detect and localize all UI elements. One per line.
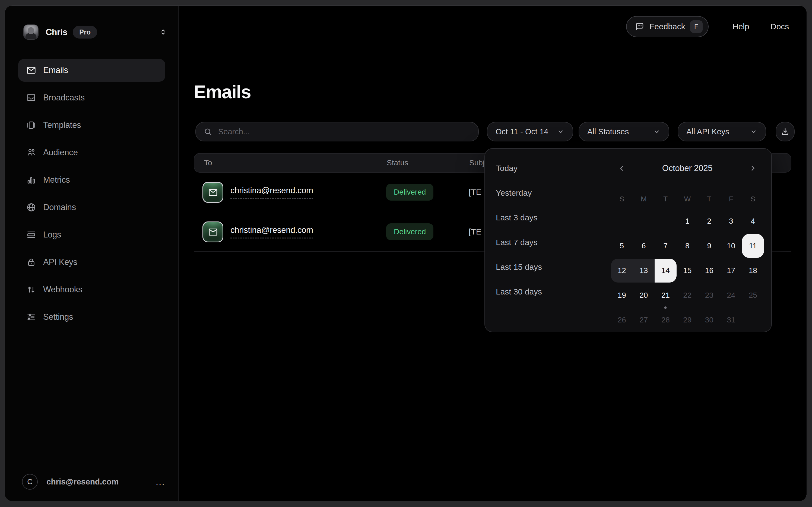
calendar-day-22: 22 [677,283,699,307]
account-switcher[interactable]: Chris Pro [23,24,167,40]
user-menu-button[interactable]: ... [156,479,165,485]
sidebar-item-templates[interactable]: Templates [18,114,165,136]
calendar-day-7[interactable]: 7 [654,234,677,258]
topbar: Feedback F Help Docs [179,6,807,45]
preset-last-7-days[interactable]: Last 7 days [496,230,550,255]
calendar-day-12[interactable]: 12 [611,259,633,283]
date-range-popover: TodayYesterdayLast 3 daysLast 7 daysLast… [484,148,772,332]
email-subject: [TE [469,187,481,197]
sidebar-item-label: Templates [43,120,81,130]
calendar-day-27: 27 [633,308,655,332]
calendar-day-26: 26 [611,308,633,332]
sidebar-item-domains[interactable]: Domains [18,196,165,219]
sidebar-item-broadcasts[interactable]: Broadcasts [18,86,165,109]
search-input[interactable] [218,127,471,136]
status-filter-value: All Statuses [587,127,629,136]
audience-icon [26,147,37,158]
calendar-day-4[interactable]: 4 [742,209,764,233]
calendar-day-8[interactable]: 8 [677,234,699,258]
date-range-filter[interactable]: Oct 11 - Oct 14 [487,122,573,142]
calendar-day-1[interactable]: 1 [677,209,699,233]
feedback-button[interactable]: Feedback F [626,16,709,37]
calendar-day-10[interactable]: 10 [720,234,742,258]
sidebar-item-label: Settings [43,312,73,322]
calendar-day-13[interactable]: 13 [633,259,655,283]
broadcast-icon [26,92,37,103]
calendar-empty-cell [654,209,677,233]
weekday-header: S [611,193,633,205]
page-title: Emails [194,81,251,102]
date-range-value: Oct 11 - Oct 14 [496,127,548,136]
sidebar-item-settings[interactable]: Settings [18,305,165,328]
calendar-day-25: 25 [742,283,764,307]
preset-last-15-days[interactable]: Last 15 days [496,255,550,279]
calendar-day-17[interactable]: 17 [720,259,742,283]
weekday-header: S [742,193,764,205]
sidebar-item-metrics[interactable]: Metrics [18,169,165,191]
calendar-day-18[interactable]: 18 [742,259,764,283]
calendar-day-29: 29 [677,308,699,332]
calendar-empty-cell [633,209,655,233]
api-key-filter-value: All API Keys [686,127,729,136]
next-month-button[interactable] [744,160,761,177]
sidebar-nav: EmailsBroadcastsTemplatesAudienceMetrics… [18,59,165,333]
calendar-day-11[interactable]: 11 [742,234,764,258]
mail-icon [26,65,37,76]
calendar-day-20[interactable]: 20 [633,283,655,307]
calendar-day-2[interactable]: 2 [698,209,720,233]
sidebar-item-label: Emails [43,65,68,75]
calendar-day-16[interactable]: 16 [698,259,720,283]
search-box[interactable] [195,122,479,142]
column-header-status: Status [387,154,408,172]
user-avatar: C [22,474,38,490]
calendar-day-3[interactable]: 3 [720,209,742,233]
calendar-day-6[interactable]: 6 [633,234,655,258]
email-tile-icon [202,182,223,203]
preset-today[interactable]: Today [496,156,550,180]
help-link[interactable]: Help [733,16,749,37]
calendar-day-5[interactable]: 5 [611,234,633,258]
sidebar-item-audience[interactable]: Audience [18,141,165,164]
sidebar: Chris Pro EmailsBroadcastsTemplatesAudie… [5,6,179,501]
calendar-month-label: October 2025 [630,163,744,173]
sidebar-item-label: API Keys [43,257,77,267]
app-window: Chris Pro EmailsBroadcastsTemplatesAudie… [5,5,807,501]
preset-last-3-days[interactable]: Last 3 days [496,205,550,230]
calendar-day-28: 28 [654,308,677,332]
prev-month-button[interactable] [613,160,630,177]
calendar-empty-cell [611,209,633,233]
calendar-grid: 1234567891011121314151617181920212223242… [611,209,764,333]
sidebar-item-label: Broadcasts [43,93,85,103]
export-button[interactable] [776,122,795,142]
select-updown-icon [159,28,167,36]
docs-link[interactable]: Docs [770,16,789,37]
calendar-day-14[interactable]: 14 [654,259,677,283]
calendar-day-15[interactable]: 15 [677,259,699,283]
avatar [23,24,39,40]
sidebar-item-label: Webhooks [43,285,82,294]
api-key-filter[interactable]: All API Keys [678,122,766,142]
weekday-header: T [698,193,720,205]
download-icon [780,127,790,136]
sidebar-item-emails[interactable]: Emails [18,59,165,82]
plan-badge: Pro [73,26,97,39]
account-name: Chris [46,27,67,37]
calendar-weekday-row: SMTWTFS [611,193,764,205]
preset-last-30-days[interactable]: Last 30 days [496,279,550,304]
sidebar-item-logs[interactable]: Logs [18,223,165,246]
weekday-header: T [654,193,677,205]
status-badge: Delivered [386,184,433,201]
status-badge: Delivered [386,223,433,240]
recipient-email[interactable]: christina@resend.com [230,225,313,238]
recipient-email[interactable]: christina@resend.com [230,186,313,199]
preset-yesterday[interactable]: Yesterday [496,180,550,205]
status-filter[interactable]: All Statuses [579,122,669,142]
calendar-day-9[interactable]: 9 [698,234,720,258]
calendar-day-19[interactable]: 19 [611,283,633,307]
metrics-icon [26,174,37,185]
sidebar-item-webhooks[interactable]: Webhooks [18,278,165,301]
sidebar-item-api-keys[interactable]: API Keys [18,251,165,274]
sidebar-item-label: Logs [43,230,61,240]
calendar-day-21[interactable]: 21 [654,283,677,307]
logs-icon [26,229,37,240]
